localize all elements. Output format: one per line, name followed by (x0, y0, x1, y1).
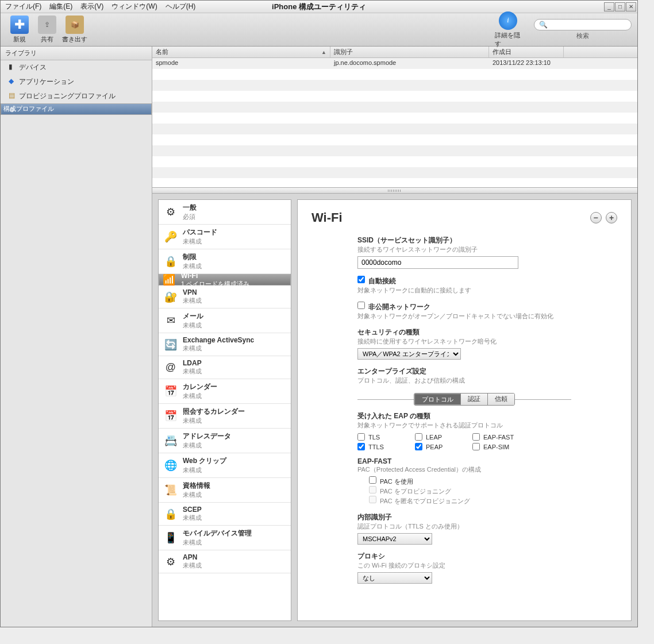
toolbar-export[interactable]: 📦 書き出す (61, 16, 88, 44)
auto-connect-checkbox[interactable] (357, 276, 365, 283)
category-title: モバイルデバイス管理 (183, 529, 286, 538)
category-item-3[interactable]: 📶Wi-Fi1 ペイロードを構成済み (159, 274, 291, 286)
col-created[interactable]: 作成日 (489, 47, 564, 57)
category-item-12[interactable]: 📜資格情報未構成 (159, 478, 291, 503)
eap-eapfast-checkbox[interactable] (472, 433, 480, 441)
col-name[interactable]: 名前 ▲ (152, 47, 330, 57)
tab-auth[interactable]: 認証 (461, 394, 488, 405)
category-title: SCEP (183, 506, 286, 514)
eap-eapsim[interactable]: EAP-SIM (472, 443, 536, 450)
search-field[interactable]: 🔍 (534, 19, 632, 30)
list-body[interactable]: spmode jp.ne.docomo.spmode 2013/11/22 23… (152, 58, 637, 187)
eap-tls-checkbox[interactable] (357, 433, 365, 441)
category-title: VPN (183, 288, 286, 296)
category-item-4[interactable]: 🔐VPN未構成 (159, 286, 291, 308)
category-list[interactable]: ⚙一般必須🔑パスコード未構成🔒制限未構成📶Wi-Fi1 ペイロードを構成済み🔐V… (158, 199, 291, 621)
category-item-11[interactable]: 🌐Web クリップ未構成 (159, 453, 291, 478)
category-icon: 📇 (163, 433, 178, 448)
category-item-7[interactable]: @LDAP未構成 (159, 356, 291, 379)
sidebar-item-devices[interactable]: ▮ デバイス (1, 60, 152, 75)
minimize-button[interactable]: _ (604, 2, 614, 11)
category-item-1[interactable]: 🔑パスコード未構成 (159, 225, 291, 249)
toolbar-share[interactable]: ⇪ 共有 (34, 16, 60, 44)
ssid-desc: 接続するワイヤレスネットワークの識別子 (357, 245, 587, 254)
category-icon: 🔑 (163, 229, 178, 244)
eap-leap-checkbox[interactable] (415, 433, 422, 441)
tab-protocol[interactable]: プロトコル (414, 394, 461, 405)
category-item-14[interactable]: 📱モバイルデバイス管理未構成 (159, 526, 291, 550)
category-icon: 🔒 (163, 254, 178, 269)
tab-trust[interactable]: 信頼 (488, 394, 514, 405)
menu-help[interactable]: ヘルプ(H) (162, 1, 199, 13)
pac-use-checkbox[interactable] (369, 476, 376, 484)
category-item-9[interactable]: 📅照会するカレンダー未構成 (159, 404, 291, 429)
menu-window[interactable]: ウィンドウ(W) (108, 1, 160, 13)
field-enterprise: エンタープライズ設定 プロトコル、認証、および信頼の構成 (357, 367, 587, 385)
eap-leap[interactable]: LEAP (415, 433, 467, 441)
eap-peap-checkbox[interactable] (415, 443, 422, 450)
toolbar-new[interactable]: ✚ 新規 (6, 16, 33, 44)
hidden-network-checkbox[interactable] (357, 302, 365, 309)
category-title: パスコード (183, 227, 286, 237)
category-item-13[interactable]: 🔒SCEP未構成 (159, 503, 291, 526)
ssid-label: SSID（サービスセット識別子） (357, 236, 587, 245)
close-button[interactable]: ✕ (626, 2, 636, 11)
add-payload-button[interactable]: + (606, 212, 617, 223)
hidden-network-row[interactable]: 非公開ネットワーク (357, 303, 430, 311)
category-title: 制限 (183, 252, 286, 262)
search-input[interactable] (550, 21, 626, 28)
col-id-label: 識別子 (334, 48, 353, 56)
category-item-5[interactable]: ✉メール未構成 (159, 308, 291, 333)
hidden-desc: 対象ネットワークがオープン／ブロードキャストでない場合に有効化 (357, 312, 587, 321)
toolbar-hide-label: 詳細を隠す (495, 31, 521, 48)
eap-ttls-checkbox[interactable] (357, 443, 365, 450)
category-item-10[interactable]: 📇アドレスデータ未構成 (159, 429, 291, 453)
field-security: セキュリティの種類 接続時に使用するワイヤレスネットワーク暗号化 WPA／WPA… (357, 327, 587, 360)
table-row[interactable]: spmode jp.ne.docomo.spmode 2013/11/22 23… (152, 58, 637, 69)
editor-pane: ⚙一般必須🔑パスコード未構成🔒制限未構成📶Wi-Fi1 ペイロードを構成済み🔐V… (152, 194, 637, 627)
proxy-select[interactable]: なし (357, 572, 432, 584)
pac-prov-checkbox (369, 486, 376, 493)
auto-label: 自動接続 (368, 277, 396, 285)
category-icon: 📶 (161, 272, 176, 287)
sidebar-item-label: デバイス (19, 63, 47, 71)
menu-edit[interactable]: 編集(E) (46, 1, 76, 13)
category-item-15[interactable]: ⚙APN未構成 (159, 550, 291, 573)
menu-view[interactable]: 表示(V) (77, 1, 107, 13)
pac-use[interactable]: PAC を使用 (369, 478, 413, 485)
category-item-6[interactable]: 🔄Exchange ActiveSync未構成 (159, 333, 291, 356)
device-icon: ▮ (9, 63, 17, 71)
category-title: 資格情報 (183, 481, 286, 491)
category-title: アドレスデータ (183, 431, 286, 441)
menu-file[interactable]: ファイル(F) (2, 1, 45, 13)
table-row (152, 80, 637, 91)
remove-payload-button[interactable]: − (590, 212, 602, 223)
ssid-input[interactable] (357, 256, 518, 269)
eap-tls[interactable]: TLS (357, 433, 409, 441)
eap-eapsim-checkbox[interactable] (472, 443, 480, 450)
pac-anon: PAC を匿名でプロビジョニング (369, 498, 470, 504)
sidebar-item-config-profiles[interactable]: ⚙ 構成プロファイル (1, 103, 152, 115)
category-item-2[interactable]: 🔒制限未構成 (159, 249, 291, 274)
category-item-8[interactable]: 📅カレンダー未構成 (159, 379, 291, 404)
security-select[interactable]: WPA／WPA2 エンタープライズ (357, 348, 461, 360)
eap-peap[interactable]: PEAP (415, 443, 467, 450)
maximize-button[interactable]: □ (615, 2, 625, 11)
eap-ttls[interactable]: TTLS (357, 443, 409, 450)
splitter-handle[interactable] (152, 188, 637, 194)
category-sub: 未構成 (183, 514, 286, 522)
pac-anon-checkbox (369, 496, 376, 503)
sidebar-item-apps[interactable]: ◆ アプリケーション (1, 75, 152, 89)
category-icon: @ (163, 360, 178, 375)
eap-eapfast[interactable]: EAP-FAST (472, 433, 536, 441)
toolbar-hide-detail[interactable]: i 詳細を隠す (495, 11, 521, 48)
inner-identity-select[interactable]: MSCHAPv2 (357, 533, 432, 545)
auto-connect-row[interactable]: 自動接続 (357, 277, 396, 285)
new-icon: ✚ (10, 16, 29, 34)
field-ssid: SSID（サービスセット識別子） 接続するワイヤレスネットワークの識別子 (357, 236, 587, 269)
sidebar-item-provisioning[interactable]: ▤ プロビジョニングプロファイル (1, 89, 152, 103)
col-identifier[interactable]: 識別子 (330, 47, 489, 57)
category-title: LDAP (183, 359, 286, 367)
field-inner-identity: 内部識別子 認証プロトコル（TTLS とのみ使用） MSCHAPv2 (357, 512, 587, 545)
category-item-0[interactable]: ⚙一般必須 (159, 200, 291, 225)
